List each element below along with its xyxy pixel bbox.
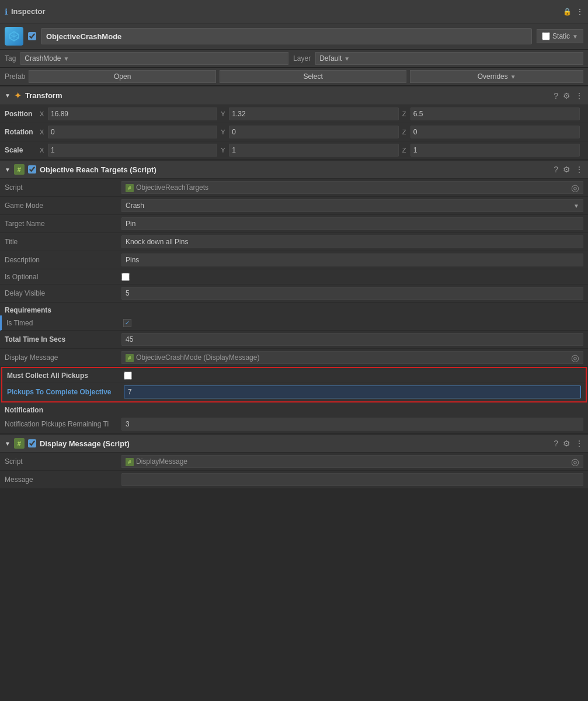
display-message-help-icon[interactable]: ? [554, 439, 558, 448]
prefab-select-button[interactable]: Select [220, 70, 407, 83]
transform-settings-icon[interactable]: ⚙ [563, 91, 570, 100]
objective-settings-icon[interactable]: ⚙ [563, 165, 570, 174]
display-message-header: ▼ # Display Message (Script) ? ⚙ ⋮ [0, 434, 588, 453]
notification-heading-row: Notification [0, 402, 588, 415]
transform-expand-arrow[interactable]: ▼ [5, 92, 11, 99]
objective-menu-icon[interactable]: ⋮ [575, 165, 583, 174]
rotation-z-input[interactable] [410, 126, 580, 138]
total-time-row: Total Time In Secs [0, 331, 588, 349]
position-z-field: Z [402, 107, 583, 120]
layer-label: Layer [293, 54, 311, 63]
is-optional-checkbox[interactable] [121, 273, 130, 281]
static-checkbox[interactable] [542, 32, 550, 40]
highlighted-pickups-group: Must Collect All Pickups Pickups To Comp… [1, 367, 587, 402]
is-timed-row: Is Timed ✓ [0, 315, 588, 331]
prefab-open-button[interactable]: Open [29, 70, 216, 83]
message-input[interactable] [121, 473, 583, 486]
display-message-select-icon[interactable]: ◎ [571, 352, 579, 363]
display-message-expand-arrow[interactable]: ▼ [5, 440, 11, 447]
static-chevron: ▼ [572, 33, 578, 40]
display-script-icon: # [126, 458, 134, 466]
message-label: Message [5, 476, 121, 484]
description-input[interactable] [121, 254, 583, 266]
objective-script-name: Objective Reach Targets (Script) [40, 165, 550, 174]
position-row: Position X Y Z [0, 105, 588, 123]
title-input[interactable] [121, 235, 583, 248]
notification-heading: Notification [5, 406, 43, 414]
scale-label: Scale [5, 146, 40, 154]
objective-enabled-checkbox[interactable] [28, 165, 36, 173]
objective-help-icon[interactable]: ? [554, 165, 558, 174]
notification-pickups-input[interactable] [121, 418, 583, 431]
notification-pickups-row: Notification Pickups Remaining Ti [0, 415, 588, 433]
target-name-input[interactable] [121, 217, 583, 230]
transform-header: ▼ ✦ Transform ? ⚙ ⋮ [0, 86, 588, 105]
total-time-input[interactable] [121, 333, 583, 346]
is-optional-label: Is Optional [5, 273, 121, 281]
static-button[interactable]: Static ▼ [537, 29, 583, 43]
display-msg-icon: # [126, 354, 134, 362]
transform-help-icon[interactable]: ? [554, 91, 558, 100]
total-time-label: Total Time In Secs [5, 335, 121, 343]
transform-menu-icon[interactable]: ⋮ [575, 91, 583, 100]
sz-axis-label: Z [402, 147, 409, 154]
x-axis-label: X [40, 110, 47, 117]
display-message-menu-icon[interactable]: ⋮ [575, 439, 583, 448]
z-axis-label: Z [402, 110, 409, 117]
game-mode-dropdown[interactable]: Crash ▼ [121, 199, 583, 212]
position-x-input[interactable] [48, 107, 217, 120]
notification-pickups-label: Notification Pickups Remaining Ti [5, 420, 121, 428]
requirements-heading-row: Requirements [0, 303, 588, 315]
is-timed-checkbox[interactable]: ✓ [123, 319, 131, 327]
display-message-enabled-checkbox[interactable] [28, 439, 36, 447]
delay-visible-label: Delay Visible [5, 289, 121, 297]
display-message-settings-icon[interactable]: ⚙ [563, 439, 570, 448]
must-collect-label: Must Collect All Pickups [7, 372, 124, 380]
menu-icon[interactable]: ⋮ [576, 8, 583, 16]
objective-expand-arrow[interactable]: ▼ [5, 166, 11, 173]
prefab-label: Prefab [5, 72, 25, 81]
rx-axis-label: X [40, 129, 47, 136]
layer-dropdown[interactable]: Default ▼ [315, 52, 583, 65]
message-field-row: Message [0, 471, 588, 489]
is-optional-row: Is Optional [0, 269, 588, 284]
script-field-row: Script #ObjectiveReachTargets ◎ [0, 179, 588, 197]
inspector-header: ℹ Inspector 🔒 ⋮ [0, 0, 588, 23]
display-message-row: Display Message #ObjectiveCrashMode (Dis… [0, 349, 588, 367]
rotation-label: Rotation [5, 128, 40, 136]
position-x-field: X [40, 107, 221, 120]
gameobject-enabled-checkbox[interactable] [28, 32, 36, 40]
y-axis-label: Y [221, 110, 228, 117]
scale-y-field: Y [221, 144, 402, 157]
title-row: Title [0, 233, 588, 251]
gameobject-name-input[interactable] [41, 28, 532, 44]
overrides-chevron-icon: ▼ [510, 74, 516, 80]
lock-icon[interactable]: 🔒 [563, 8, 572, 16]
position-label: Position [5, 110, 40, 118]
overrides-dropdown[interactable]: Overrides ▼ [410, 70, 583, 83]
tag-dropdown[interactable]: CrashMode ▼ [20, 52, 288, 65]
position-z-input[interactable] [410, 107, 580, 120]
must-collect-checkbox[interactable] [124, 372, 132, 380]
ry-axis-label: Y [221, 129, 228, 136]
script-select-icon[interactable]: ◎ [571, 182, 579, 193]
scale-z-input[interactable] [410, 144, 580, 157]
scale-y-input[interactable] [229, 144, 398, 157]
game-mode-row: Game Mode Crash ▼ [0, 197, 588, 215]
transform-section: ▼ ✦ Transform ? ⚙ ⋮ Position X Y Z Rot [0, 86, 588, 159]
sy-axis-label: Y [221, 147, 228, 154]
rotation-y-input[interactable] [229, 126, 398, 138]
scale-x-input[interactable] [48, 144, 217, 157]
rotation-x-input[interactable] [48, 126, 217, 138]
delay-visible-input[interactable] [121, 287, 583, 300]
rotation-x-field: X [40, 126, 221, 138]
display-script-ref: #DisplayMessage ◎ [121, 455, 583, 468]
objective-script-section: ▼ # Objective Reach Targets (Script) ? ⚙… [0, 160, 588, 433]
display-message-hash-icon: # [14, 438, 25, 449]
display-message-script-name: Display Message (Script) [40, 439, 550, 448]
description-row: Description [0, 251, 588, 269]
rotation-y-field: Y [221, 126, 402, 138]
display-script-select-icon[interactable]: ◎ [571, 456, 579, 467]
position-y-input[interactable] [229, 107, 398, 120]
pickups-input[interactable] [124, 386, 581, 398]
